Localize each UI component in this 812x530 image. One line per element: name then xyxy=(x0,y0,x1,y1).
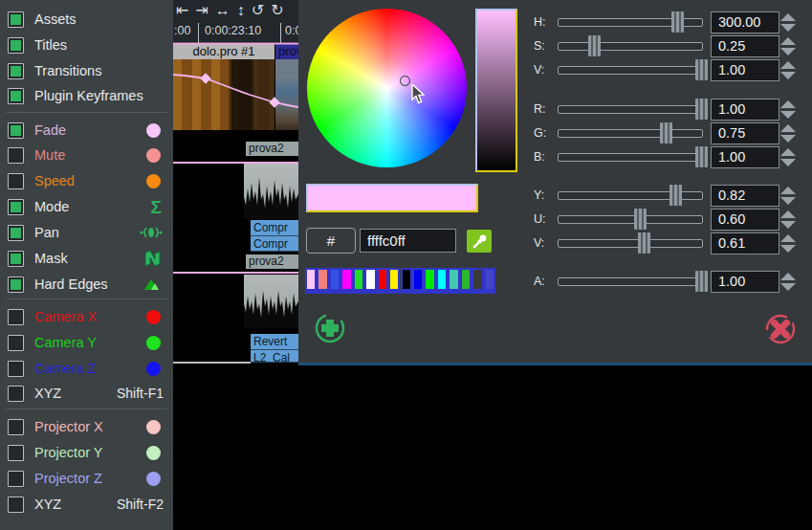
r-slider[interactable] xyxy=(558,105,703,114)
wheel-selector-ring[interactable] xyxy=(400,76,410,86)
r-slider-handle[interactable] xyxy=(695,99,708,120)
palette-swatch-14[interactable] xyxy=(460,268,472,291)
audio-clip-label[interactable]: prova2 xyxy=(246,142,298,156)
h-slider[interactable] xyxy=(558,18,703,27)
fade-automation-line[interactable] xyxy=(173,272,298,274)
plugin-badge[interactable]: Compr xyxy=(251,220,298,236)
b-slider-handle[interactable] xyxy=(695,146,708,167)
hex-color-input[interactable] xyxy=(360,229,456,253)
camera-z-checkbox[interactable] xyxy=(8,361,24,377)
projector-z-checkbox[interactable] xyxy=(8,471,24,487)
palette-swatch-11[interactable] xyxy=(424,268,435,291)
s-slider[interactable] xyxy=(558,42,703,51)
eyedropper-button[interactable] xyxy=(467,230,492,253)
palette-swatch-5[interactable] xyxy=(353,268,364,291)
speed-checkbox[interactable] xyxy=(8,173,24,189)
palette-swatch-4[interactable] xyxy=(340,268,352,291)
camera-x-checkbox[interactable] xyxy=(8,309,24,325)
u-spinner[interactable] xyxy=(778,210,799,230)
projector-x-checkbox[interactable] xyxy=(8,419,24,435)
s-spinner[interactable] xyxy=(778,36,799,56)
close-dialog-button[interactable] xyxy=(764,313,797,345)
expand-left-icon[interactable]: ⇤ xyxy=(176,3,188,18)
y-value-field[interactable]: 0.82 xyxy=(711,185,779,207)
assets-checkbox[interactable] xyxy=(8,11,24,28)
u-slider-handle[interactable] xyxy=(634,209,647,230)
b-spinner[interactable] xyxy=(778,147,799,167)
u-value-field[interactable]: 0.60 xyxy=(711,209,779,231)
palette-swatch-2[interactable] xyxy=(317,268,328,291)
fade-automation-curve[interactable] xyxy=(173,42,298,134)
b-slider[interactable] xyxy=(558,153,703,162)
hard-edges-checkbox[interactable] xyxy=(8,276,24,293)
mute-checkbox[interactable] xyxy=(8,147,24,164)
hex-hash-button[interactable]: # xyxy=(306,228,356,254)
projector-xyz-checkbox[interactable] xyxy=(8,497,24,513)
v2-value-field[interactable]: 0.61 xyxy=(711,232,779,254)
h-slider-handle[interactable] xyxy=(671,11,684,33)
g-spinner[interactable] xyxy=(778,123,799,144)
y-slider-handle[interactable] xyxy=(669,185,682,206)
u-slider[interactable] xyxy=(558,215,703,224)
s-value-field[interactable]: 0.25 xyxy=(711,35,779,57)
add-color-button[interactable] xyxy=(314,312,346,344)
fit-width-icon[interactable]: ↔ xyxy=(215,3,230,18)
plugin-badge[interactable]: L2_Cal xyxy=(251,350,298,363)
expand-right-icon[interactable]: ⇥ xyxy=(195,3,208,18)
palette-swatch-13[interactable] xyxy=(448,268,459,291)
h-value-field[interactable]: 300.00 xyxy=(711,11,779,33)
audio-waveform[interactable] xyxy=(244,164,298,219)
v-slider-handle[interactable] xyxy=(695,59,708,80)
palette-swatch-7[interactable] xyxy=(377,268,388,291)
value-gradient-bar[interactable] xyxy=(475,9,517,172)
v-value-field[interactable]: 1.00 xyxy=(711,59,779,81)
pan-checkbox[interactable] xyxy=(8,225,24,241)
palette-swatch-9[interactable] xyxy=(401,268,412,291)
r-value-field[interactable]: 1.00 xyxy=(711,99,779,121)
camera-xyz-checkbox[interactable] xyxy=(8,386,24,402)
v2-slider-handle[interactable] xyxy=(638,232,650,254)
a-value-field[interactable]: 1.00 xyxy=(711,271,779,293)
transitions-checkbox[interactable] xyxy=(8,63,24,79)
y-slider[interactable] xyxy=(558,191,703,200)
a-slider[interactable] xyxy=(558,277,703,286)
palette-swatch-3[interactable] xyxy=(329,268,340,291)
palette-swatch-15[interactable] xyxy=(472,268,483,291)
v-slider[interactable] xyxy=(558,66,703,75)
palette-swatch-16[interactable] xyxy=(484,268,495,291)
timeline-ruler[interactable]: :00 0:00:23:10 0:0 xyxy=(173,20,298,42)
palette-swatch-12[interactable] xyxy=(436,268,448,291)
plugin-keyframes-checkbox[interactable] xyxy=(8,88,24,104)
g-slider[interactable] xyxy=(558,129,703,138)
v-spinner[interactable] xyxy=(778,60,799,80)
b-value-field[interactable]: 1.00 xyxy=(711,146,779,168)
h-spinner[interactable] xyxy=(778,12,799,33)
fade-checkbox[interactable] xyxy=(8,122,24,139)
audio-waveform[interactable] xyxy=(244,275,298,328)
v2-slider[interactable] xyxy=(558,239,703,248)
g-slider-handle[interactable] xyxy=(660,122,672,144)
y-spinner[interactable] xyxy=(778,186,799,206)
a-spinner[interactable] xyxy=(778,272,799,292)
fit-height-icon[interactable]: ↕ xyxy=(237,3,245,18)
a-slider-handle[interactable] xyxy=(695,271,708,292)
plugin-badge[interactable]: Compr xyxy=(251,236,298,252)
undo-icon[interactable]: ↺ xyxy=(252,3,264,18)
camera-y-checkbox[interactable] xyxy=(8,335,24,351)
hue-saturation-wheel[interactable] xyxy=(307,9,467,167)
palette-swatch-6[interactable] xyxy=(364,268,376,291)
v2-spinner[interactable] xyxy=(778,233,799,254)
titles-checkbox[interactable] xyxy=(8,37,24,54)
palette-swatch-10[interactable] xyxy=(412,268,424,291)
mode-checkbox[interactable] xyxy=(8,199,24,215)
redo-icon[interactable]: ↻ xyxy=(271,3,283,18)
palette-swatch-1[interactable] xyxy=(305,268,317,291)
mask-checkbox[interactable] xyxy=(8,251,24,267)
projector-y-checkbox[interactable] xyxy=(8,445,24,461)
plugin-badge[interactable]: Revert xyxy=(251,334,298,350)
audio-clip-label[interactable]: prova2 xyxy=(246,254,298,269)
s-slider-handle[interactable] xyxy=(588,35,601,56)
palette-swatch-8[interactable] xyxy=(388,268,400,291)
r-spinner[interactable] xyxy=(778,99,799,120)
g-value-field[interactable]: 0.75 xyxy=(711,122,779,144)
